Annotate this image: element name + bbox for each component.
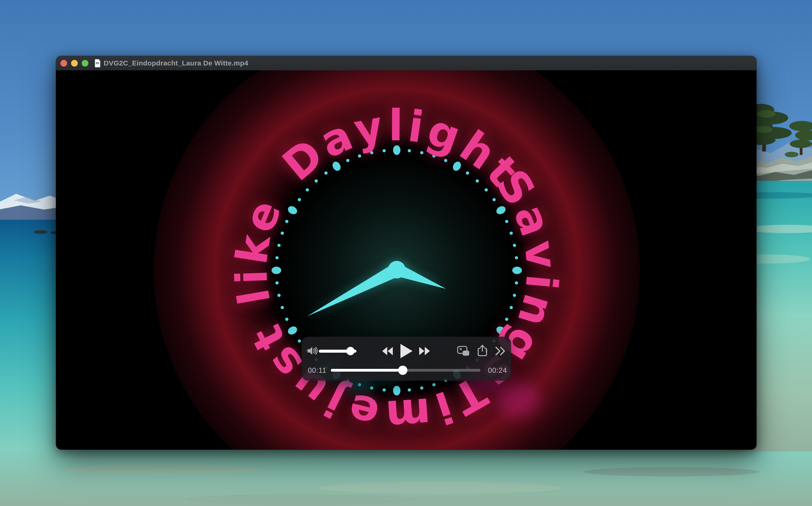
scrub-bar-handle[interactable] bbox=[398, 366, 407, 375]
video-document-icon bbox=[94, 59, 101, 68]
rewind-button[interactable] bbox=[382, 347, 393, 355]
traffic-light-minimize[interactable] bbox=[71, 60, 78, 67]
traffic-light-zoom[interactable] bbox=[82, 60, 88, 67]
play-button[interactable] bbox=[400, 344, 412, 358]
fast-forward-button[interactable] bbox=[419, 347, 430, 355]
volume-icon[interactable] bbox=[308, 346, 318, 355]
circular-text-word: just like bbox=[226, 190, 354, 428]
bokeh-blob-pink bbox=[496, 383, 540, 417]
playback-control-bar: 00:11 00:24 bbox=[301, 337, 511, 381]
quicktime-window: DVG2C_Eindopdracht_Laura De Witte.mp4 Da… bbox=[56, 56, 756, 449]
current-time-label: 00:11 bbox=[308, 366, 326, 374]
video-canvas[interactable]: DaylightSavingsTimejust like bbox=[56, 70, 756, 449]
circular-text-word: Daylight bbox=[273, 100, 530, 198]
volume-slider-handle[interactable] bbox=[346, 347, 355, 355]
more-controls-chevron-icon[interactable] bbox=[495, 346, 506, 356]
neon-clock-graphic: DaylightSavingsTimejust like bbox=[56, 70, 756, 449]
window-titlebar[interactable]: DVG2C_Eindopdracht_Laura De Witte.mp4 bbox=[56, 56, 756, 71]
scrub-bar-track[interactable] bbox=[331, 369, 480, 372]
scrub-bar-progress bbox=[331, 369, 403, 372]
traffic-light-close[interactable] bbox=[60, 60, 67, 67]
picture-in-picture-button[interactable] bbox=[457, 346, 470, 356]
share-button[interactable] bbox=[478, 345, 487, 357]
window-title: DVG2C_Eindopdracht_Laura De Witte.mp4 bbox=[104, 59, 248, 67]
total-time-label: 00:24 bbox=[488, 366, 507, 374]
